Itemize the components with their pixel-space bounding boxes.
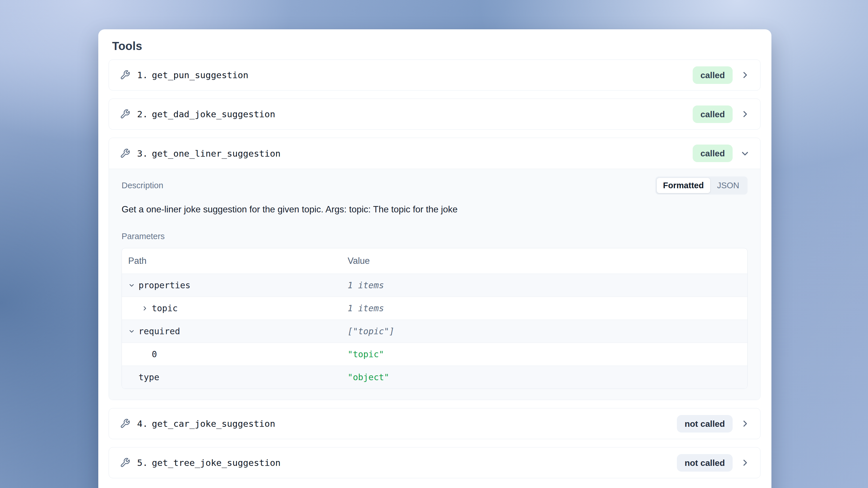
view-toggle: Formatted JSON [655,177,748,194]
tool-row-get-pun-suggestion[interactable]: 1.get_pun_suggestion called [108,60,761,91]
tool-name: 4.get_car_joke_suggestion [137,419,275,429]
parameters-label: Parameters [122,232,748,241]
table-row-topic: topic 1 items [122,297,747,319]
row-value: "object" [348,372,390,382]
tool-name: 2.get_dad_joke_suggestion [137,109,275,119]
table-row-required: required ["topic"] [122,319,747,342]
formatted-tab[interactable]: Formatted [657,178,710,193]
row-key: topic [152,303,178,313]
parameters-table: Path Value properties 1 items [122,248,748,389]
status-badge: called [693,145,733,162]
tool-row-get-dad-joke-suggestion[interactable]: 2.get_dad_joke_suggestion called [108,98,761,130]
row-key: 0 [152,349,157,359]
tool-name: 1.get_pun_suggestion [137,70,248,80]
chevron-right-icon[interactable] [741,419,749,428]
chevron-right-icon[interactable] [741,458,749,467]
page-title: Tools [112,40,761,53]
chevron-right-icon[interactable] [142,305,152,312]
row-key: properties [138,280,191,290]
chevron-down-icon[interactable] [741,149,749,158]
json-tab[interactable]: JSON [710,178,746,193]
wrench-icon [120,458,130,468]
tools-panel: Tools 1.get_pun_suggestion called 2.get_… [98,29,771,488]
table-row-required-0: 0 "topic" [122,342,747,366]
row-value: "topic" [348,349,384,359]
chevron-down-icon[interactable] [128,328,138,335]
tool-detail-body: Description Formatted JSON Get a one-lin… [109,169,760,400]
table-row-type: type "object" [122,366,747,389]
status-badge: called [693,105,733,123]
status-badge: called [693,66,733,84]
row-value: ["topic"] [348,326,395,336]
wrench-icon [120,148,130,159]
tool-row-get-one-liner-suggestion-expanded: 3.get_one_liner_suggestion called Descri… [108,138,761,400]
tool-row-get-car-joke-suggestion[interactable]: 4.get_car_joke_suggestion not called [108,408,761,439]
tool-name: 3.get_one_liner_suggestion [137,148,281,159]
wrench-icon [120,419,130,429]
description-label: Description [122,181,163,190]
chevron-right-icon[interactable] [741,71,749,79]
row-value: 1 items [348,303,384,313]
value-column-header: Value [348,256,370,266]
tool-header[interactable]: 3.get_one_liner_suggestion called [109,138,760,169]
tool-description: Get a one-liner joke suggestion for the … [122,204,748,215]
table-row-properties: properties 1 items [122,274,747,297]
row-key: required [138,326,180,336]
row-value: 1 items [348,280,384,290]
status-badge: not called [677,415,733,432]
tool-row-get-tree-joke-suggestion[interactable]: 5.get_tree_joke_suggestion not called [108,447,761,478]
row-key: type [138,372,159,382]
desktop-background: { "panel": { "title": "Tools" }, "labels… [0,0,868,488]
chevron-right-icon[interactable] [741,110,749,118]
chevron-down-icon[interactable] [128,282,138,289]
path-column-header: Path [128,256,147,266]
tool-name: 5.get_tree_joke_suggestion [137,458,281,468]
wrench-icon [120,109,130,119]
table-header-row: Path Value [122,248,747,274]
wrench-icon [120,70,130,80]
status-badge: not called [677,454,733,471]
